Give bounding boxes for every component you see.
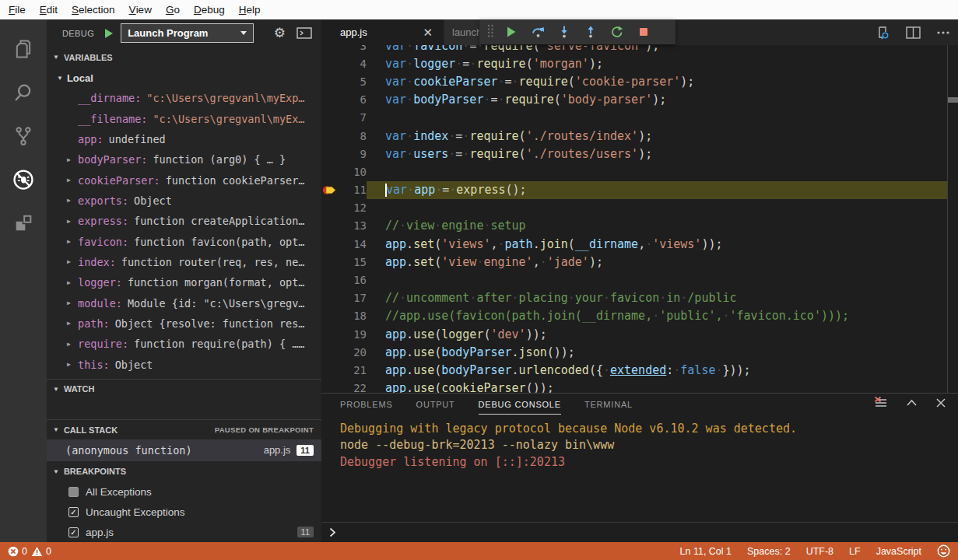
more-actions-icon[interactable] [936,30,950,35]
code-line-17[interactable]: 17//·uncomment·after·placing·your·favico… [321,289,958,307]
breakpoint-row-uncaught-exceptions[interactable]: ✓Uncaught Exceptions [47,502,321,522]
line-content[interactable]: var·index·=·require('./routes/index'); [367,127,947,145]
menu-file[interactable]: File [2,0,33,19]
line-content[interactable]: app.use(bodyParser.json()); [367,343,947,361]
variable-row-__filename[interactable]: __filename:"c:\Users\gregvanl\myEx… [47,108,321,128]
variable-row-path[interactable]: ▶path:Object {resolve: function res… [47,313,321,334]
breakpoint-gutter[interactable] [321,184,339,196]
line-content[interactable] [367,109,947,127]
breakpoint-row-all-exceptions[interactable]: All Exceptions [47,481,321,502]
line-content[interactable] [367,163,947,180]
code-line-8[interactable]: 8var·index·=·require('./routes/index'); [321,127,958,145]
variable-row-exports[interactable]: ▶exports:Object [47,191,321,211]
code-line-22[interactable]: 22app.use(cookieParser()); [321,380,958,393]
variable-row-cookieParser[interactable]: ▶cookieParser:function cookieParser… [47,170,321,190]
code-line-7[interactable]: 7 [321,109,958,127]
checkbox-checked[interactable]: ✓ [68,527,79,537]
watch-section-header[interactable]: ▼ WATCH [47,380,321,398]
split-editor-icon[interactable] [906,26,921,39]
line-number[interactable]: 17 [339,292,367,304]
variables-section-header[interactable]: ▼ VARIABLES [47,47,321,68]
breakpoint-row-app-js[interactable]: ✓app.js11 [47,522,321,542]
variable-row-index[interactable]: ▶index:function router(req, res, ne… [47,252,321,272]
extensions-icon[interactable] [0,201,47,245]
code-line-4[interactable]: 4var·logger·=·require('morgan'); [321,54,958,72]
line-content[interactable]: var·bodyParser·=·require('body-parser'); [367,91,947,109]
tab-appjs[interactable]: app.js ✕ [321,19,444,45]
line-number[interactable]: 16 [339,274,367,286]
restart-button[interactable] [604,19,630,44]
line-content[interactable]: app.use(bodyParser.urlencoded({·extended… [367,361,947,379]
line-content[interactable] [367,271,947,289]
line-content[interactable]: app.use(cookieParser()); [367,380,947,393]
clear-console-icon[interactable] [874,397,887,408]
code-line-18[interactable]: 18//app.use(favicon(path.join(__dirname,… [321,307,958,325]
code-line-11[interactable]: 11var·app·=·express(); [321,181,958,199]
code-line-13[interactable]: 13//·view·engine·setup [321,217,958,235]
line-number[interactable]: 22 [339,382,367,393]
line-number[interactable]: 5 [339,75,367,88]
variable-row-express[interactable]: ▶express:function createApplication… [47,211,321,231]
line-content[interactable]: //app.use(favicon(path.join(__dirname,·'… [367,307,947,325]
panel-tab-terminal[interactable]: TERMINAL [584,400,633,409]
explorer-icon[interactable] [0,27,47,71]
menu-go[interactable]: Go [159,0,187,19]
line-content[interactable]: //·uncomment·after·placing·your·favicon·… [367,289,947,307]
line-content[interactable]: var·app·=·express(); [367,181,947,199]
line-number[interactable]: 12 [339,201,367,214]
close-icon[interactable]: ✕ [423,26,433,38]
checkbox-checked[interactable]: ✓ [68,507,79,517]
variable-row-__dirname[interactable]: __dirname:"c:\Users\gregvanl\myExp… [47,88,321,108]
maximize-panel-icon[interactable] [906,397,918,408]
variable-row-favicon[interactable]: ▶favicon:function favicon(path, opt… [47,231,321,251]
line-number[interactable]: 13 [339,219,367,232]
code-line-6[interactable]: 6var·bodyParser·=·require('body-parser')… [321,91,958,109]
line-number[interactable]: 15 [339,256,367,268]
variable-row-this[interactable]: ▶this:Object [47,354,321,374]
error-count[interactable]: 0 [8,546,27,557]
debug-console-input-row[interactable] [321,522,958,542]
call-stack-section-header[interactable]: ▼ CALL STACK PAUSED ON BREAKPOINT [47,420,321,439]
line-number[interactable]: 20 [339,346,367,359]
status-spaces-2[interactable]: Spaces: 2 [747,546,791,557]
code-line-20[interactable]: 20app.use(bodyParser.json()); [321,343,958,361]
line-number[interactable]: 4 [339,58,367,70]
debug-console-toggle-icon[interactable] [297,27,312,39]
code-line-16[interactable]: 16 [321,271,958,289]
variable-row-module[interactable]: ▶module:Module {id: "c:\Users\gregv… [47,292,321,313]
line-number[interactable]: 14 [339,238,367,250]
line-content[interactable] [367,199,947,217]
step-over-button[interactable] [525,19,551,44]
debug-icon[interactable] [0,158,47,201]
status-ln-11-col-1[interactable]: Ln 11, Col 1 [680,546,732,557]
debug-console-input[interactable] [342,527,958,539]
checkbox-unchecked[interactable] [68,487,79,497]
line-content[interactable]: app.use(logger('dev')); [367,325,947,343]
line-number[interactable]: 8 [339,130,367,142]
scope-local[interactable]: ▼ Local [47,68,321,88]
panel-tab-debug-console[interactable]: DEBUG CONSOLE [479,400,561,409]
line-content[interactable]: app.set('views',·path.join(__dirname,·'v… [367,235,947,253]
line-content[interactable]: app.set('view·engine',·'jade'); [367,253,947,271]
line-number[interactable]: 6 [339,93,367,106]
variable-row-logger[interactable]: ▶logger:function morgan(format, opt… [47,272,321,292]
code-line-9[interactable]: 9var·users·=·require('./routes/users'); [321,145,958,163]
search-icon[interactable] [0,71,47,114]
feedback-smiley-icon[interactable] [937,544,950,558]
line-number[interactable]: 21 [339,364,367,376]
variable-row-require[interactable]: ▶require:function require(path) { …… [47,334,321,354]
line-number[interactable]: 19 [339,328,367,341]
code-editor[interactable]: 3var·favicon·=·require('serve-favicon');… [321,45,958,393]
toolbar-drag-handle[interactable] [486,23,495,40]
line-content[interactable]: var·users·=·require('./routes/users'); [367,145,947,163]
code-line-15[interactable]: 15app.set('view·engine',·'jade'); [321,253,958,271]
line-content[interactable]: var·cookieParser·=·require('cookie-parse… [367,72,947,90]
status-utf-8[interactable]: UTF-8 [806,546,833,557]
status-javascript[interactable]: JavaScript [876,546,921,557]
step-into-button[interactable] [551,19,577,44]
line-number[interactable]: 7 [339,111,367,124]
warning-count[interactable]: 0 [31,546,51,557]
line-number[interactable]: 3 [339,45,367,52]
menu-view[interactable]: View [122,0,159,19]
code-line-10[interactable]: 10 [321,163,958,180]
